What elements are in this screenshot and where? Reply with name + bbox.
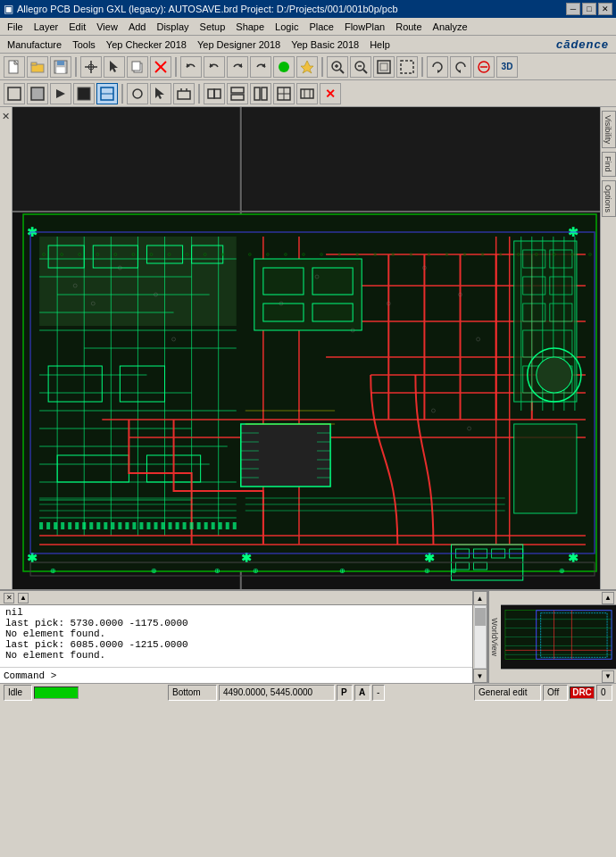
tb2-btn2[interactable] [27, 83, 48, 104]
menu-edit[interactable]: Edit [63, 18, 91, 36]
zoom-select-button[interactable] [396, 56, 418, 78]
world-view-scroll-up[interactable]: ▲ [602, 592, 614, 604]
tb2-btn12[interactable] [273, 83, 295, 104]
minimize-button[interactable]: ─ [566, 3, 580, 15]
redo2-button[interactable] [250, 56, 271, 78]
highlight-button[interactable] [296, 56, 318, 78]
menu-tools[interactable]: Tools [67, 36, 101, 54]
pointer-button[interactable] [104, 56, 125, 78]
stop-button[interactable] [473, 56, 495, 78]
tb2-btn5[interactable] [96, 83, 118, 104]
refresh2-button[interactable] [450, 56, 471, 78]
svg-rect-36 [31, 87, 44, 100]
svg-point-231 [356, 254, 359, 256]
svg-rect-170 [204, 522, 208, 529]
menu-yep-checker[interactable]: Yep Checker 2018 [101, 36, 192, 54]
tb2-btn6[interactable] [127, 83, 148, 104]
close-button[interactable]: ✕ [598, 3, 612, 15]
svg-line-24 [340, 70, 344, 73]
console-scrollbar: ▲ ▼ [472, 591, 487, 683]
snap-button[interactable] [80, 56, 102, 78]
menu-view[interactable]: View [91, 18, 123, 36]
menu-add[interactable]: Add [123, 18, 152, 36]
world-view-scroll-down[interactable]: ▼ [602, 670, 614, 683]
world-view-svg [501, 605, 616, 669]
console-line-1: nil [5, 607, 467, 618]
title-bar-controls[interactable]: ─ □ ✕ [566, 3, 612, 15]
pcb-canvas[interactable]: ✱ ✱ ✱ ✱ ✱ ✱ [12, 107, 600, 589]
console-content[interactable]: nil last pick: 5730.0000 -1175.0000 No e… [0, 605, 472, 667]
svg-point-217 [96, 254, 99, 256]
svg-point-236 [445, 254, 448, 256]
undo-button[interactable] [180, 56, 202, 78]
svg-point-230 [338, 254, 341, 256]
refresh-button[interactable] [427, 56, 448, 78]
tb2-btn8[interactable] [173, 83, 195, 104]
new-button[interactable] [4, 56, 25, 78]
console-scroll-down[interactable]: ▼ [473, 669, 487, 683]
console-header: ✕ ▲ [0, 591, 472, 605]
tb2-btn9[interactable] [204, 83, 225, 104]
visibility-panel-btn[interactable]: Visibility [602, 111, 616, 148]
command-input[interactable] [60, 670, 469, 681]
toolbar2-sep-2 [198, 84, 200, 104]
3d-button[interactable]: 3D [496, 56, 518, 78]
redo-button[interactable] [227, 56, 248, 78]
svg-rect-169 [197, 522, 201, 529]
tb2-btn11[interactable] [250, 83, 271, 104]
svg-rect-55 [301, 89, 313, 98]
svg-rect-154 [89, 522, 93, 529]
tb2-btn7[interactable] [150, 83, 171, 104]
menu-layer[interactable]: Layer [29, 18, 64, 36]
svg-rect-173 [226, 522, 229, 529]
tb2-close-btn[interactable]: ✕ [320, 83, 341, 104]
menu-setup[interactable]: Setup [195, 18, 231, 36]
menu-file[interactable]: File [2, 18, 29, 36]
menu-logic[interactable]: Logic [270, 18, 304, 36]
console-up-arrow[interactable]: ▲ [18, 593, 29, 603]
tb2-btn1[interactable] [4, 83, 25, 104]
menu-manufacture[interactable]: Manufacture [2, 36, 67, 54]
svg-text:⊕: ⊕ [451, 567, 457, 575]
console-scroll-up[interactable]: ▲ [473, 591, 487, 605]
menu-shape[interactable]: Shape [230, 18, 270, 36]
svg-rect-163 [154, 522, 157, 529]
svg-rect-6 [56, 67, 65, 73]
menu-yep-designer[interactable]: Yep Designer 2018 [192, 36, 286, 54]
maximize-button[interactable]: □ [582, 3, 596, 15]
menu-analyze[interactable]: Analyze [428, 18, 473, 36]
svg-text:⊕: ⊕ [214, 567, 221, 575]
console-close-btn[interactable]: ✕ [4, 593, 14, 603]
svg-rect-152 [75, 522, 79, 529]
open-button[interactable] [27, 56, 48, 78]
menu-yep-basic[interactable]: Yep Basic 2018 [286, 36, 364, 54]
svg-rect-47 [214, 89, 221, 98]
undo2-button[interactable] [204, 56, 225, 78]
p-button[interactable]: P [337, 685, 353, 701]
zoom-fit-button[interactable] [373, 56, 395, 78]
menu-route[interactable]: Route [390, 18, 427, 36]
svg-rect-174 [233, 522, 237, 529]
save-button[interactable] [50, 56, 71, 78]
find-panel-btn[interactable]: Find [602, 152, 616, 177]
tb2-btn4[interactable] [73, 83, 95, 104]
menu-help[interactable]: Help [364, 36, 395, 54]
copy-button[interactable] [127, 56, 148, 78]
menu-place[interactable]: Place [304, 18, 339, 36]
svg-point-243 [570, 254, 573, 256]
svg-point-228 [302, 254, 304, 256]
zoom-out-button[interactable] [350, 56, 371, 78]
tb2-btn13[interactable] [296, 83, 318, 104]
svg-rect-157 [111, 522, 114, 529]
tb2-btn10[interactable] [227, 83, 248, 104]
ratsnest-button[interactable] [273, 56, 295, 78]
menu-display[interactable]: Display [151, 18, 194, 36]
delete-button[interactable] [150, 56, 171, 78]
tb2-btn3[interactable] [50, 83, 71, 104]
a-button[interactable]: A [354, 685, 370, 701]
title-bar-left: ▣ Allegro PCB Design GXL (legacy): AUTOS… [4, 3, 398, 15]
svg-point-235 [428, 254, 430, 256]
menu-flowplan[interactable]: FlowPlan [339, 18, 390, 36]
options-panel-btn[interactable]: Options [602, 180, 616, 217]
zoom-in-button[interactable] [327, 56, 348, 78]
